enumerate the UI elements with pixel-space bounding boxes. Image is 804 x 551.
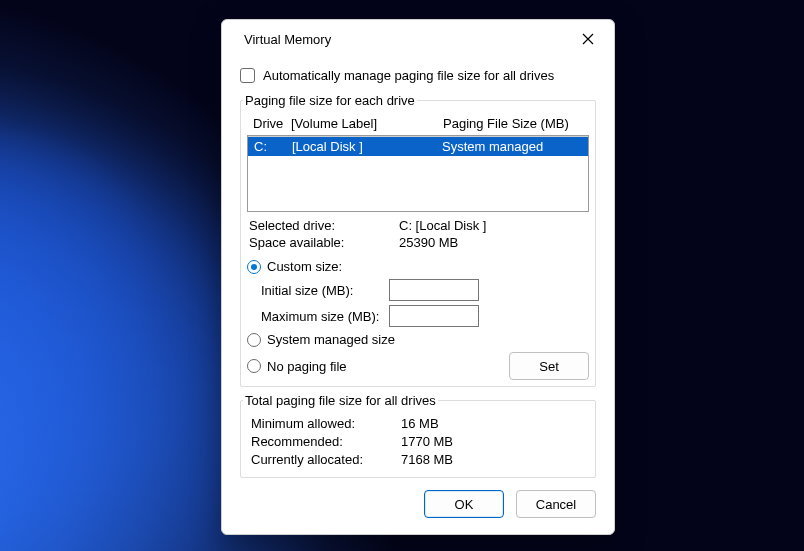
auto-manage-checkbox[interactable] xyxy=(240,68,255,83)
no-paging-option[interactable]: No paging file xyxy=(247,359,347,374)
dialog-title: Virtual Memory xyxy=(244,32,331,47)
totals-legend: Total paging file size for all drives xyxy=(243,393,438,408)
drive-group: Paging file size for each drive Drive [V… xyxy=(240,93,596,387)
selected-drive-value: C: [Local Disk ] xyxy=(399,218,587,233)
selected-drive-label: Selected drive: xyxy=(249,218,389,233)
totals-group: Total paging file size for all drives Mi… xyxy=(240,393,596,478)
system-managed-option[interactable]: System managed size xyxy=(247,329,589,350)
close-icon xyxy=(582,33,594,45)
auto-manage-row[interactable]: Automatically manage paging file size fo… xyxy=(240,60,596,87)
ok-button[interactable]: OK xyxy=(424,490,504,518)
drive-group-legend: Paging file size for each drive xyxy=(243,93,417,108)
dialog-body: Automatically manage paging file size fo… xyxy=(222,58,614,534)
cur-value: 7168 MB xyxy=(401,452,585,467)
initial-size-input[interactable] xyxy=(389,279,479,301)
space-available-label: Space available: xyxy=(249,235,389,250)
size-cell: System managed xyxy=(442,139,582,154)
rec-value: 1770 MB xyxy=(401,434,585,449)
drive-cell: C: xyxy=(254,139,292,154)
min-value: 16 MB xyxy=(401,416,585,431)
drive-table[interactable]: C: [Local Disk ] System managed xyxy=(247,135,589,212)
label-col-header: [Volume Label] xyxy=(291,116,443,131)
cancel-button[interactable]: Cancel xyxy=(516,490,596,518)
drive-row[interactable]: C: [Local Disk ] System managed xyxy=(248,137,588,156)
min-label: Minimum allowed: xyxy=(251,416,391,431)
drive-col-header: Drive xyxy=(253,116,291,131)
system-managed-radio[interactable] xyxy=(247,333,261,347)
no-paging-label: No paging file xyxy=(267,359,347,374)
auto-manage-label: Automatically manage paging file size fo… xyxy=(263,68,554,83)
set-button[interactable]: Set xyxy=(509,352,589,380)
size-col-header: Paging File Size (MB) xyxy=(443,116,583,131)
custom-size-option[interactable]: Custom size: xyxy=(247,256,589,277)
maximum-size-row: Maximum size (MB): xyxy=(247,303,589,329)
custom-size-radio[interactable] xyxy=(247,260,261,274)
virtual-memory-dialog: Virtual Memory Automatically manage pagi… xyxy=(221,19,615,535)
space-available-value: 25390 MB xyxy=(399,235,587,250)
drive-table-header: Drive [Volume Label] Paging File Size (M… xyxy=(247,114,589,133)
no-paging-radio[interactable] xyxy=(247,359,261,373)
titlebar: Virtual Memory xyxy=(222,20,614,58)
maximum-size-label: Maximum size (MB): xyxy=(261,309,381,324)
initial-size-label: Initial size (MB): xyxy=(261,283,381,298)
drive-table-body[interactable]: C: [Local Disk ] System managed xyxy=(248,136,588,211)
initial-size-row: Initial size (MB): xyxy=(247,277,589,303)
dialog-footer: OK Cancel xyxy=(240,484,596,518)
drive-info: Selected drive: C: [Local Disk ] Space a… xyxy=(247,212,589,256)
custom-size-label: Custom size: xyxy=(267,259,342,274)
rec-label: Recommended: xyxy=(251,434,391,449)
cur-label: Currently allocated: xyxy=(251,452,391,467)
totals-grid: Minimum allowed: 16 MB Recommended: 1770… xyxy=(247,414,589,471)
system-managed-label: System managed size xyxy=(267,332,395,347)
close-button[interactable] xyxy=(574,25,602,53)
label-cell: [Local Disk ] xyxy=(292,139,442,154)
no-paging-and-set-row: No paging file Set xyxy=(247,350,589,380)
maximum-size-input[interactable] xyxy=(389,305,479,327)
